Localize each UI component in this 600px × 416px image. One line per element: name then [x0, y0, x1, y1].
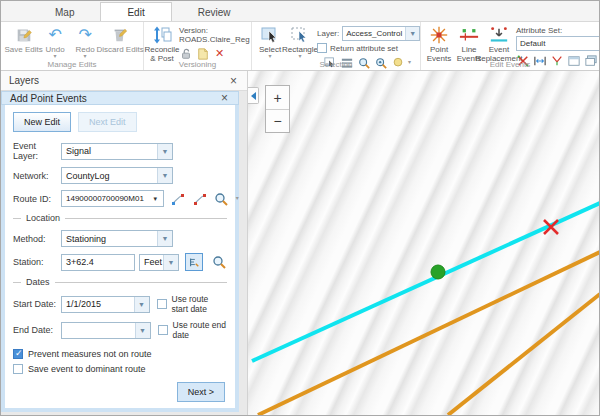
point-event-marker[interactable] — [431, 265, 445, 279]
route-id-combo[interactable]: 14900000700090M01 ▾ — [61, 190, 164, 207]
add-point-events-title: Add Point Events — [10, 93, 219, 104]
new-version-icon[interactable] — [196, 47, 209, 60]
event-layer-select[interactable]: Signal ▼ — [61, 143, 173, 160]
layers-panel-title: Layers — [9, 75, 228, 86]
pick-route-from-map-icon[interactable] — [170, 191, 186, 207]
use-route-end-date-label: Use route end date — [173, 320, 227, 340]
line-events-icon — [459, 25, 479, 45]
ribbon: Map Edit Review Save Edits ↶ Undo ▾ — [1, 1, 599, 71]
map-annotations — [248, 71, 600, 416]
discard-icon — [111, 25, 129, 45]
event-layer-select-arrow-icon[interactable]: ▼ — [157, 144, 172, 159]
route-id-label: Route ID: — [13, 194, 61, 204]
start-date-arrow-icon[interactable]: ▼ — [134, 297, 149, 312]
zoom-in-button[interactable]: + — [266, 86, 289, 109]
start-date-select[interactable]: 1/1/2015 ▼ — [61, 296, 150, 313]
main-area: Layers × Add Point Events × New Edit Nex… — [1, 71, 600, 416]
end-date-label: End Date: — [13, 325, 61, 335]
group-label-manage-edits: Manage Edits — [1, 60, 143, 70]
use-route-start-date-label: Use route start date — [172, 294, 228, 314]
group-label-selection: Selection — [252, 60, 420, 70]
prevent-measures-label: Prevent measures not on route — [28, 349, 152, 359]
event-replacement-button[interactable]: Event Replacement — [484, 24, 514, 64]
return-attribute-set-label: Return attribute set — [330, 44, 398, 53]
group-label-versioning: Versioning — [144, 60, 251, 70]
select-dropdown-caret[interactable]: ▾ — [268, 54, 271, 59]
layers-panel-header[interactable]: Layers × — [1, 71, 247, 91]
network-select[interactable]: CountyLog ▼ — [61, 167, 173, 184]
method-select-arrow-icon[interactable]: ▼ — [157, 231, 172, 246]
add-point-events-header[interactable]: Add Point Events × — [1, 91, 239, 105]
layer-label: Layer: — [317, 29, 339, 38]
save-dominant-route-label: Save event to dominant route — [28, 364, 146, 374]
pick-route-alternate-icon[interactable] — [192, 191, 208, 207]
select-tool-icon — [260, 25, 280, 45]
station-units-arrow-icon[interactable]: ▼ — [163, 255, 178, 270]
network-select-arrow-icon[interactable]: ▼ — [157, 168, 172, 183]
group-edit-events: Point Events Line Events Event Replaceme… — [421, 22, 599, 70]
save-dominant-route-checkbox[interactable] — [13, 364, 23, 374]
method-label: Method: — [13, 234, 61, 244]
redo-button[interactable]: ↷ Redo ▾ — [70, 24, 100, 60]
select-button[interactable]: Select ▾ — [255, 24, 285, 60]
zoom-out-button[interactable]: − — [266, 109, 289, 132]
location-section-divider: Location — [13, 213, 227, 223]
map-view[interactable]: + − — [247, 71, 600, 416]
attribute-set-label: Attribute Set: — [516, 26, 600, 35]
rectangle-tool-icon — [290, 25, 310, 45]
layer-select-arrow-icon[interactable]: ▼ — [405, 27, 419, 40]
rectangle-dropdown-caret[interactable]: ▾ — [298, 54, 301, 59]
group-label-edit-events: Edit Events — [421, 60, 599, 70]
use-route-end-date-checkbox[interactable] — [158, 325, 168, 335]
application-window: Map Edit Review Save Edits ↶ Undo ▾ — [0, 0, 600, 416]
zoom-to-route-icon[interactable] — [214, 191, 230, 207]
zoom-to-route-caret[interactable]: ▾ — [236, 196, 239, 201]
rectangle-button[interactable]: Rectangle ▾ — [285, 24, 315, 60]
next-button[interactable]: Next > — [177, 382, 225, 402]
station-label: Station: — [13, 257, 61, 267]
network-label: Network: — [13, 171, 61, 181]
layers-close-icon[interactable]: × — [228, 75, 239, 87]
discard-edits-button[interactable]: Discard Edits — [100, 24, 140, 55]
group-selection: Select ▾ Rectangle ▾ Layer: Access_Contr… — [252, 22, 421, 70]
save-edits-button[interactable]: Save Edits — [7, 24, 40, 55]
use-route-start-date-checkbox[interactable] — [157, 299, 167, 309]
tab-review[interactable]: Review — [172, 3, 257, 21]
pick-station-from-map-button[interactable] — [185, 253, 203, 271]
collapse-arrow-icon — [251, 92, 256, 100]
return-attribute-set-checkbox[interactable] — [317, 43, 327, 53]
event-replacement-icon — [488, 25, 510, 45]
unlock-icon[interactable] — [179, 47, 192, 60]
new-edit-button[interactable]: New Edit — [13, 112, 71, 132]
tab-edit[interactable]: Edit — [100, 2, 171, 21]
undo-button[interactable]: ↶ Undo ▾ — [40, 24, 70, 60]
next-edit-button: Next Edit — [78, 112, 137, 132]
dates-section-divider: Dates — [13, 277, 227, 287]
undo-icon: ↶ — [48, 25, 61, 45]
attribute-set-select[interactable]: Default ▼ — [516, 36, 600, 51]
location-section-label: Location — [26, 213, 60, 223]
delete-version-icon[interactable]: ✕ — [213, 47, 226, 60]
add-point-events-panel: Add Point Events × New Edit Next Edit Ev… — [1, 91, 239, 411]
prevent-measures-checkbox[interactable] — [13, 349, 23, 359]
station-units-select[interactable]: Feet ▼ — [139, 254, 179, 271]
route-id-combo-arrow-icon[interactable]: ▾ — [148, 191, 163, 206]
redo-icon: ↷ — [78, 25, 91, 45]
zoom-to-station-icon[interactable] — [211, 254, 227, 270]
map-zoom-control: + − — [265, 85, 290, 133]
version-info: Version: ROADS.Claire_Reg ✕ — [177, 24, 252, 62]
end-date-arrow-icon[interactable]: ▼ — [135, 323, 150, 338]
redo-dropdown-caret[interactable]: ▾ — [84, 54, 87, 59]
reconcile-post-button[interactable]: Reconcile & Post — [147, 24, 177, 64]
add-point-events-close-icon[interactable]: × — [219, 92, 230, 104]
version-label: Version: — [179, 26, 250, 35]
version-value: ROADS.Claire_Reg — [179, 35, 250, 44]
layer-select[interactable]: Access_Control ▼ — [342, 26, 420, 41]
undo-dropdown-caret[interactable]: ▾ — [54, 54, 57, 59]
point-events-button[interactable]: Point Events — [424, 24, 454, 64]
panel-collapse-tab[interactable] — [248, 87, 259, 104]
station-input[interactable]: 3+62.4 — [61, 254, 135, 271]
tab-map[interactable]: Map — [29, 3, 100, 21]
method-select[interactable]: Stationing ▼ — [61, 230, 173, 247]
end-date-select[interactable]: ▼ — [61, 322, 151, 339]
